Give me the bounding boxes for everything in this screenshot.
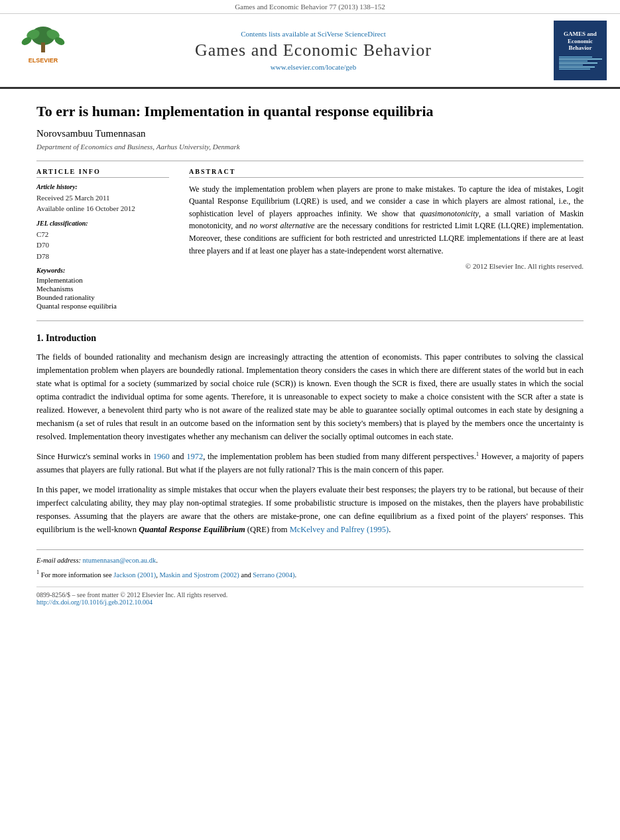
jel-d70: D70 (36, 240, 169, 251)
intro-heading: 1. Introduction (36, 333, 584, 344)
link-serrano[interactable]: Serrano (2004) (253, 571, 294, 578)
jel-label: JEL classification: (36, 220, 169, 227)
copyright-text: © 2012 Elsevier Inc. All rights reserved… (189, 262, 584, 270)
citation-text: Games and Economic Behavior 77 (2013) 13… (235, 3, 385, 11)
link-mckelvey-palfrey[interactable]: McKelvey and Palfrey (1995) (290, 525, 389, 534)
abstract-title: ABSTRACT (189, 168, 584, 178)
sciverse-text[interactable]: SciVerse ScienceDirect (318, 30, 386, 38)
article-meta-section: ARTICLE INFO Article history: Received 2… (36, 161, 584, 311)
elsevier-logo: ELSEVIER (13, 23, 73, 78)
article-info-col: ARTICLE INFO Article history: Received 2… (36, 168, 169, 311)
citation-bar: Games and Economic Behavior 77 (2013) 13… (0, 0, 620, 14)
abstract-text: We study the implementation problem when… (189, 183, 584, 257)
link-1960[interactable]: 1960 (153, 452, 170, 461)
journal-url[interactable]: www.elsevier.com/locate/geb (80, 63, 547, 71)
history-label: Article history: (36, 183, 169, 190)
main-content: To err is human: Implementation in quant… (0, 89, 620, 619)
jel-c72: C72 (36, 229, 169, 240)
journal-title-heading: Games and Economic Behavior (80, 40, 547, 60)
intro-para1: The fields of bounded rationality and me… (36, 350, 584, 443)
link-1972[interactable]: 1972 (186, 452, 203, 461)
svg-text:ELSEVIER: ELSEVIER (29, 57, 58, 64)
keyword-bounded: Bounded rationality (36, 293, 169, 301)
footnote-ref-1: 1 (476, 451, 479, 457)
doi-link[interactable]: http://dx.doi.org/10.1016/j.geb.2012.10.… (36, 598, 153, 606)
jel-d78: D78 (36, 251, 169, 262)
keywords-label: Keywords: (36, 267, 169, 274)
journal-cover-image: GAMES andEconomicBehavior (554, 21, 607, 80)
footnote-area: E-mail address: ntumennasan@econ.au.dk. … (36, 549, 584, 580)
section-divider (36, 320, 584, 321)
cover-lines (556, 56, 604, 70)
cover-title-text: GAMES andEconomicBehavior (564, 31, 597, 52)
article-info-title: ARTICLE INFO (36, 168, 169, 178)
keyword-mechanisms: Mechanisms (36, 285, 169, 293)
journal-center: Contents lists available at SciVerse Sci… (80, 30, 547, 71)
journal-header: ELSEVIER Contents lists available at Sci… (0, 14, 620, 89)
intro-para2: Since Hurwicz's seminal works in 1960 an… (36, 450, 584, 476)
affiliation: Department of Economics and Business, Aa… (36, 143, 584, 151)
available-date: Available online 16 October 2012 (36, 203, 169, 214)
issn-text: 0899-8256/$ – see front matter © 2012 El… (36, 591, 584, 598)
intro-para3: In this paper, we model irrationality as… (36, 483, 584, 536)
footnote-email: E-mail address: ntumennasan@econ.au.dk. (36, 555, 584, 566)
keyword-implementation: Implementation (36, 276, 169, 284)
abstract-col: ABSTRACT We study the implementation pro… (189, 168, 584, 311)
sciverse-link[interactable]: Contents lists available at SciVerse Sci… (80, 30, 547, 38)
article-title: To err is human: Implementation in quant… (36, 102, 584, 121)
keyword-qre: Quantal response equilibria (36, 302, 169, 310)
bottom-bar: 0899-8256/$ – see front matter © 2012 El… (36, 587, 584, 606)
email-link[interactable]: ntumennasan@econ.au.dk (83, 557, 156, 564)
footnote-1: 1 For more information see Jackson (2001… (36, 569, 584, 580)
author-name: Norovsambuu Tumennasan (36, 128, 584, 139)
link-maskin-sjostrom[interactable]: Maskin and Sjostrom (2002) (159, 571, 239, 578)
footnote-1-num: 1 (36, 569, 39, 575)
svg-rect-2 (41, 42, 45, 52)
received-date: Received 25 March 2011 (36, 192, 169, 204)
link-jackson-2001[interactable]: Jackson (2001) (113, 571, 156, 578)
